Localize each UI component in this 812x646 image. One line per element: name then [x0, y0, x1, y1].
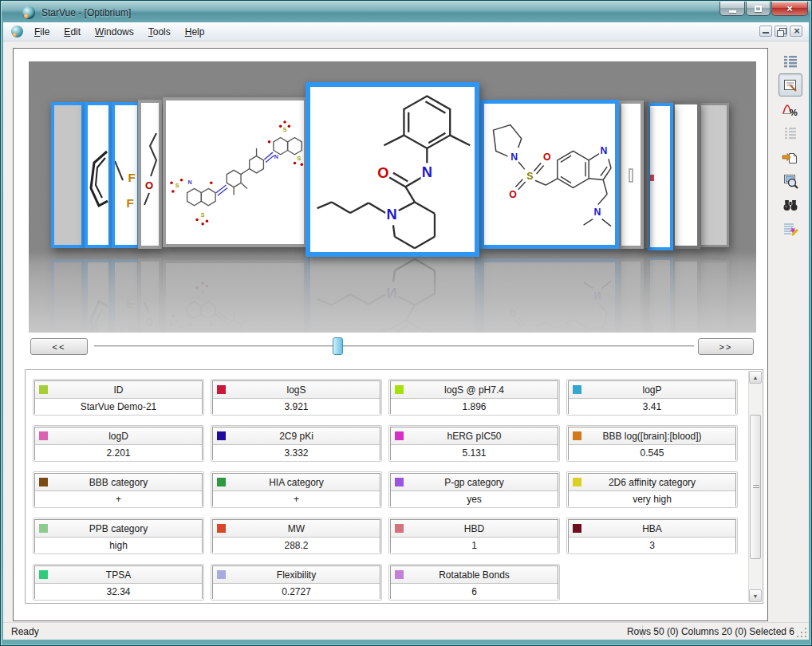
- molecule-card[interactable]: [672, 101, 700, 249]
- property-label: logD: [108, 431, 128, 442]
- property-label: 2C9 pKi: [279, 431, 313, 442]
- property-value: 1.896: [391, 399, 558, 415]
- close-button[interactable]: ×: [771, 2, 808, 16]
- property-value: 3.41: [569, 399, 735, 415]
- property-card-logs: logS3.921: [211, 379, 382, 416]
- panel-scrollbar[interactable]: ▲ ▼: [748, 371, 762, 602]
- selected-molecule-card[interactable]: N O N: [305, 82, 479, 257]
- histogram-percent-button[interactable]: %: [778, 97, 802, 120]
- property-card-2c9: 2C9 pKi3.332: [211, 425, 382, 462]
- table-list-button[interactable]: [778, 121, 802, 144]
- molecule-card[interactable]: F F: [112, 102, 140, 248]
- histogram-percent-icon: %: [782, 100, 799, 118]
- app-window: StarVue - [Optibrium] × File Edit Window…: [0, 0, 812, 646]
- molecule-card[interactable]: O: [138, 100, 162, 249]
- svg-text:N: N: [593, 207, 601, 218]
- property-label: HIA category: [269, 477, 324, 488]
- format-colors-icon: [782, 220, 799, 238]
- property-card-hia: HIA category+: [211, 471, 382, 508]
- property-label: HBD: [464, 523, 484, 534]
- status-summary: Rows 50 (0) Columns 20 (0) Selected 6: [627, 626, 794, 637]
- property-label: MW: [288, 523, 305, 534]
- menu-edit[interactable]: Edit: [57, 23, 88, 41]
- property-card-logd: logD2.201: [33, 425, 204, 462]
- property-label: P-gp category: [444, 477, 504, 488]
- menu-tools[interactable]: Tools: [141, 23, 178, 41]
- record-slider[interactable]: [94, 337, 694, 356]
- document-app-icon: [11, 26, 23, 37]
- svg-text:F: F: [128, 171, 135, 184]
- property-color-chip: [217, 385, 226, 394]
- molecule-fragment-image: O: [141, 103, 159, 246]
- property-label: HBA: [642, 523, 662, 534]
- mdi-close-button[interactable]: [790, 26, 802, 37]
- molecule-card[interactable]: [85, 102, 112, 248]
- molecule-card[interactable]: [699, 103, 729, 247]
- molecule-card[interactable]: [618, 100, 644, 249]
- resize-grip-icon[interactable]: [797, 628, 807, 638]
- titlebar[interactable]: StarVue - [Optibrium] ×: [0, 0, 812, 22]
- property-color-chip: [217, 570, 226, 579]
- status-ready: Ready: [11, 626, 39, 637]
- molecule-image-center: N O N: [310, 87, 475, 252]
- previous-record-button[interactable]: <<: [30, 338, 88, 355]
- find-binoculars-button[interactable]: [778, 193, 802, 216]
- scroll-down-arrow-icon[interactable]: ▼: [749, 589, 762, 602]
- slider-track[interactable]: [94, 345, 694, 347]
- scrollbar-thumb[interactable]: [750, 415, 761, 559]
- property-card-herg: hERG pIC505.131: [388, 425, 560, 462]
- molecule-card[interactable]: N S O O N N: [480, 100, 619, 249]
- svg-text:N: N: [274, 154, 278, 160]
- window-body: File Edit Windows Tools Help: [3, 22, 809, 640]
- svg-text:F: F: [126, 196, 133, 210]
- property-card-mw: MW288.2: [211, 518, 382, 554]
- property-label: logS: [286, 384, 305, 396]
- property-label: logP: [642, 384, 661, 396]
- menu-file[interactable]: File: [27, 23, 57, 41]
- mdi-minimize-button[interactable]: [759, 26, 772, 37]
- molecule-image-indole: N S O O N N: [484, 104, 615, 245]
- molecule-card[interactable]: [647, 103, 673, 250]
- svg-text:S: S: [297, 156, 301, 162]
- copy-record-button[interactable]: [778, 145, 802, 168]
- find-binoculars-icon: [782, 196, 799, 214]
- minimize-icon: [729, 10, 736, 13]
- property-value: 3.921: [213, 399, 380, 415]
- scroll-up-arrow-icon[interactable]: ▲: [749, 371, 762, 384]
- svg-text:N: N: [188, 179, 192, 186]
- format-colors-button[interactable]: [778, 217, 802, 240]
- property-color-chip: [573, 385, 581, 394]
- svg-text:N: N: [510, 152, 518, 163]
- property-card-hbd: HBD1: [388, 518, 560, 554]
- svg-text:N: N: [386, 206, 396, 223]
- slider-handle[interactable]: [333, 337, 343, 355]
- property-value: StarVue Demo-21: [35, 399, 202, 415]
- svg-text:O: O: [145, 179, 153, 191]
- menubar: File Edit Windows Tools Help: [3, 22, 809, 41]
- mdi-restore-button[interactable]: [775, 26, 787, 37]
- minimize-button[interactable]: [719, 2, 745, 16]
- statusbar: Ready Rows 50 (0) Columns 20 (0) Selecte…: [3, 622, 809, 640]
- property-label: hERG pIC50: [447, 431, 501, 442]
- property-label: Flexibility: [277, 569, 316, 581]
- property-label: BBB log([brain]:[blood]): [602, 431, 701, 442]
- property-card-hba: HBA3: [566, 518, 738, 554]
- svg-text:O: O: [509, 189, 517, 200]
- svg-text:S: S: [283, 127, 287, 133]
- menu-windows[interactable]: Windows: [88, 23, 141, 41]
- next-record-button[interactable]: >>: [698, 338, 754, 355]
- property-color-chip: [217, 431, 226, 440]
- molecule-card[interactable]: S S S S N N: [163, 97, 307, 247]
- menu-help[interactable]: Help: [178, 23, 212, 41]
- preview-zoom-button[interactable]: [778, 169, 802, 192]
- property-value: high: [35, 538, 202, 553]
- menu-items: File Edit Windows Tools Help: [27, 22, 211, 41]
- table-view-button[interactable]: [778, 49, 802, 73]
- property-color-chip: [395, 385, 404, 394]
- property-color-chip: [39, 431, 48, 440]
- molecule-fragment-image: F F: [115, 105, 137, 245]
- molecule-card[interactable]: [51, 102, 85, 248]
- maximize-button[interactable]: [746, 2, 771, 16]
- molecule-image-azo-dye: S S S S N N: [166, 100, 304, 244]
- record-card-view-button[interactable]: [778, 73, 802, 97]
